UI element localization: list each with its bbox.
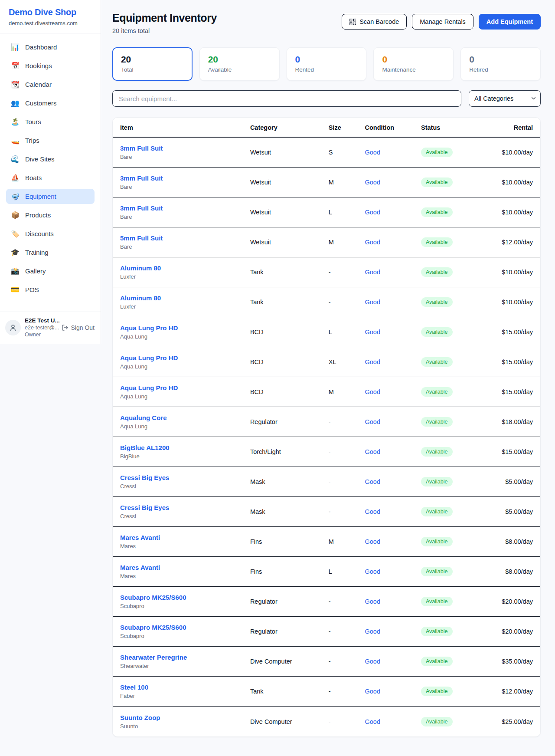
item-name-link[interactable]: 3mm Full Suit: [120, 145, 250, 152]
condition-link[interactable]: Good: [365, 598, 421, 605]
size-cell: -: [329, 718, 365, 725]
item-brand: Suunto: [120, 723, 250, 730]
sidebar-item[interactable]: 🎓 Training: [6, 245, 95, 260]
shop-name[interactable]: Demo Dive Shop: [9, 7, 92, 17]
condition-link[interactable]: Good: [365, 269, 421, 276]
nav-item-icon: 🎓: [11, 248, 20, 256]
item-name-link[interactable]: Scubapro MK25/S600: [120, 594, 250, 601]
category-cell: BCD: [250, 388, 329, 395]
item-name-link[interactable]: Aqua Lung Pro HD: [120, 324, 250, 332]
condition-link[interactable]: Good: [365, 508, 421, 515]
item-name-link[interactable]: Aqua Lung Pro HD: [120, 384, 250, 391]
item-name-link[interactable]: Cressi Big Eyes: [120, 504, 250, 511]
item-name-link[interactable]: Aqualung Core: [120, 414, 250, 421]
nav-item-icon: 📅: [11, 62, 20, 70]
sidebar-item[interactable]: 🤿 Equipment: [6, 189, 95, 204]
stat-card[interactable]: 0 Maintenance: [373, 47, 454, 81]
item-cell: Aqua Lung Pro HD Aqua Lung: [120, 384, 250, 400]
column-header-item: Item: [120, 124, 250, 131]
manage-rentals-button[interactable]: Manage Rentals: [412, 14, 473, 30]
item-name-link[interactable]: Steel 100: [120, 684, 250, 691]
condition-link[interactable]: Good: [365, 299, 421, 306]
sidebar-item[interactable]: 🏝️ Tours: [6, 114, 95, 129]
condition-link[interactable]: Good: [365, 718, 421, 725]
category-select[interactable]: All Categories: [469, 90, 541, 107]
item-name-link[interactable]: Scubapro MK25/S600: [120, 624, 250, 631]
item-brand: Aqua Lung: [120, 393, 250, 400]
add-equipment-button[interactable]: Add Equipment: [479, 14, 541, 30]
sidebar-item[interactable]: 📦 Products: [6, 207, 95, 223]
condition-link[interactable]: Good: [365, 209, 421, 216]
condition-link[interactable]: Good: [365, 538, 421, 545]
condition-link[interactable]: Good: [365, 418, 421, 425]
sidebar-item[interactable]: 📅 Bookings: [6, 58, 95, 73]
condition-link[interactable]: Good: [365, 448, 421, 455]
condition-link[interactable]: Good: [365, 478, 421, 485]
size-cell: -: [329, 628, 365, 635]
stat-card[interactable]: 0 Rented: [287, 47, 367, 81]
sidebar-item[interactable]: 💳 POS: [6, 282, 95, 297]
size-cell: L: [329, 568, 365, 575]
sidebar-item[interactable]: 🌊 Dive Sites: [6, 151, 95, 167]
condition-link[interactable]: Good: [365, 329, 421, 335]
scan-barcode-label: Scan Barcode: [359, 18, 399, 25]
condition-link[interactable]: Good: [365, 568, 421, 575]
scan-barcode-button[interactable]: Scan Barcode: [342, 14, 407, 30]
nav-item-label: Dashboard: [25, 43, 57, 51]
item-name-link[interactable]: Aluminum 80: [120, 264, 250, 272]
sidebar-item[interactable]: 🏷️ Discounts: [6, 226, 95, 241]
sidebar-nav: 📊 Dashboard 📅 Bookings 📆 Calendar 👥 Cust…: [0, 33, 101, 312]
condition-link[interactable]: Good: [365, 149, 421, 156]
stat-value: 0: [382, 54, 445, 65]
item-name-link[interactable]: BigBlue AL1200: [120, 444, 250, 451]
condition-link[interactable]: Good: [365, 239, 421, 246]
stat-card[interactable]: 20 Total: [112, 47, 193, 81]
rental-cell: $20.00/day: [474, 628, 533, 635]
equipment-table: Item Category Size Condition Status Rent…: [112, 117, 541, 737]
item-name-link[interactable]: Mares Avanti: [120, 564, 250, 571]
item-name-link[interactable]: Shearwater Peregrine: [120, 654, 250, 661]
item-name-link[interactable]: Mares Avanti: [120, 534, 250, 541]
size-cell: -: [329, 448, 365, 455]
sidebar-item[interactable]: ⛵ Boats: [6, 170, 95, 185]
rental-cell: $15.00/day: [474, 329, 533, 335]
sidebar-item[interactable]: 🚤 Trips: [6, 133, 95, 148]
item-cell: Aqualung Core Aqua Lung: [120, 414, 250, 430]
condition-link[interactable]: Good: [365, 688, 421, 695]
item-name-link[interactable]: Aluminum 80: [120, 294, 250, 302]
nav-item-icon: 🌊: [11, 155, 20, 163]
rental-cell: $15.00/day: [474, 358, 533, 365]
sidebar-item[interactable]: 👥 Customers: [6, 95, 95, 111]
item-cell: Scubapro MK25/S600 Scubapro: [120, 594, 250, 609]
table-row: Steel 100 Faber Tank - Good Available $1…: [113, 677, 540, 707]
search-input[interactable]: [112, 90, 461, 107]
page-title: Equipment Inventory: [112, 12, 217, 24]
condition-link[interactable]: Good: [365, 388, 421, 395]
item-cell: 3mm Full Suit Bare: [120, 145, 250, 160]
item-name-link[interactable]: Aqua Lung Pro HD: [120, 354, 250, 362]
condition-link[interactable]: Good: [365, 658, 421, 665]
sidebar-item[interactable]: 📸 Gallery: [6, 263, 95, 279]
column-header-condition: Condition: [365, 124, 421, 131]
nav-item-icon: ⛵: [11, 174, 20, 182]
sign-out-button[interactable]: Sign Out: [62, 324, 95, 331]
rental-cell: $12.00/day: [474, 688, 533, 695]
item-name-link[interactable]: 3mm Full Suit: [120, 204, 250, 212]
item-brand: Bare: [120, 243, 250, 250]
stat-card[interactable]: 20 Available: [199, 47, 280, 81]
status-badge: Available: [421, 417, 453, 427]
item-name-link[interactable]: Suunto Zoop: [120, 714, 250, 721]
item-name-link[interactable]: 5mm Full Suit: [120, 234, 250, 242]
stat-card[interactable]: 0 Retired: [460, 47, 541, 81]
sidebar-item[interactable]: 📆 Calendar: [6, 77, 95, 92]
item-name-link[interactable]: Cressi Big Eyes: [120, 474, 250, 481]
condition-link[interactable]: Good: [365, 628, 421, 635]
nav-item-label: Tours: [25, 118, 41, 125]
condition-link[interactable]: Good: [365, 179, 421, 186]
sidebar-item[interactable]: 📊 Dashboard: [6, 39, 95, 55]
item-name-link[interactable]: 3mm Full Suit: [120, 174, 250, 182]
size-cell: -: [329, 688, 365, 695]
condition-link[interactable]: Good: [365, 358, 421, 365]
add-equipment-label: Add Equipment: [486, 18, 533, 25]
item-brand: Aqua Lung: [120, 333, 250, 340]
